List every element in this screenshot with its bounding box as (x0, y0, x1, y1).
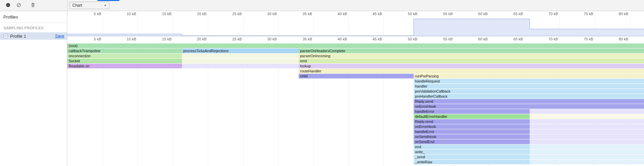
ruler-tick-label: 45 kB (363, 37, 382, 41)
flame-rows: (root)callbackTrampolineprocessTicksAndR… (67, 42, 644, 166)
flame-bar[interactable]: (root) (67, 43, 644, 48)
flame-bar[interactable]: preValidationCallback (414, 89, 644, 94)
profile-name: Profile 1 (10, 34, 55, 39)
ruler-tick-label: 30 kB (257, 37, 277, 41)
flame-bar-faded[interactable] (530, 160, 644, 164)
flame-bar[interactable]: handler (414, 84, 644, 89)
flame-bar-faded[interactable] (182, 64, 299, 68)
ruler-tick-label: 35 kB (293, 37, 312, 41)
sampling-profiles-section-header: SAMPLING PROFILES (0, 23, 67, 32)
ruler-tick-label: 5 kB (82, 37, 101, 41)
flame-bar[interactable]: onErrorHook (414, 104, 644, 109)
flame-bar[interactable]: handleError (414, 109, 530, 114)
ruler-tick-label: 50 kB (398, 12, 417, 16)
flame-bar[interactable]: callbackTrampoline (67, 48, 182, 53)
flame-bar[interactable]: handleRequest (414, 79, 644, 84)
ruler-tick-label: 30 kB (257, 12, 277, 16)
ruler-tick-label: 55 kB (433, 37, 453, 41)
save-link[interactable]: Save (55, 34, 64, 38)
view-mode-select[interactable]: Chart ▼ (70, 2, 109, 9)
profile-document-icon (3, 33, 8, 39)
flame-bar[interactable]: Socket (67, 59, 182, 63)
main-toolbar: Chart ▼ (0, 0, 644, 11)
ruler-tick-label: 65 kB (503, 37, 523, 41)
ruler-tick-label: 70 kB (538, 12, 558, 16)
flame-bar[interactable]: lookup (299, 64, 644, 68)
flame-bar[interactable]: emit (299, 59, 644, 63)
flame-bar[interactable]: processTicksAndRejections (182, 48, 299, 53)
overview-graph[interactable] (67, 16, 644, 36)
ruler-tick-label: 10 kB (117, 12, 136, 16)
flame-bar[interactable]: _writeRaw (414, 160, 530, 164)
ruler-tick-label: 75 kB (574, 37, 593, 41)
ruler-tick-label: 5 kB (82, 12, 101, 16)
overview-area-chart (67, 16, 644, 36)
ruler-tick-label: 20 kB (187, 12, 206, 16)
record-button[interactable] (3, 1, 13, 10)
ruler-tick-label: 80 kB (609, 12, 628, 16)
record-icon (6, 3, 10, 8)
flame-bar[interactable]: write_ (414, 150, 530, 154)
flame-bar[interactable]: routeHandler (299, 69, 644, 73)
ruler-tick-label: 10 kB (117, 37, 136, 41)
flame-bar[interactable]: parserOnIncoming (299, 54, 644, 58)
profile-item-profile-1[interactable]: Profile 1 Save (0, 32, 67, 40)
delete-profile-button[interactable] (28, 1, 38, 10)
flame-bar-faded[interactable] (182, 54, 299, 58)
overview-ruler: 5 kB10 kB15 kB20 kB25 kB30 kB35 kB40 kB4… (67, 11, 644, 16)
flame-bar[interactable]: handleError (414, 129, 530, 134)
ruler-tick-label: 35 kB (293, 12, 312, 16)
active-tab-indicator (98, 0, 119, 1)
flame-bar-faded[interactable] (530, 114, 644, 119)
flame-bar-faded[interactable] (530, 129, 644, 134)
flame-bar[interactable]: parserOnHeadersComplete (299, 48, 644, 53)
ruler-tick-label: 25 kB (222, 12, 242, 16)
flame-bar-faded[interactable] (530, 144, 644, 149)
ruler-tick-label: 65 kB (503, 12, 523, 16)
ruler-tick-label: 55 kB (433, 12, 453, 16)
flame-bar-faded[interactable] (530, 155, 644, 159)
flame-bar-faded[interactable] (530, 150, 644, 154)
ruler-tick-label: 15 kB (152, 12, 172, 16)
ruler-tick-label: 40 kB (328, 37, 347, 41)
flame-bar-faded[interactable] (530, 139, 644, 144)
flame-bar[interactable]: onSendHook (414, 134, 530, 139)
flame-bar-faded[interactable] (182, 59, 299, 63)
flame-bar-faded[interactable] (530, 109, 644, 114)
ruler-tick-label: 20 kB (187, 37, 206, 41)
ruler-tick-label: 60 kB (468, 12, 488, 16)
ruler-tick-label: 70 kB (538, 37, 558, 41)
flame-bar[interactable]: onconnection (67, 54, 182, 58)
profile-toolbar (0, 0, 67, 11)
chevron-down-icon: ▼ (104, 4, 107, 7)
flame-bar[interactable]: onSendEnd (414, 139, 530, 144)
profiles-sidebar: Profiles SAMPLING PROFILES Profile 1 Sav… (0, 11, 67, 166)
flame-bar[interactable]: defaultErrorHandler (414, 114, 530, 119)
ruler-tick-label: 80 kB (609, 37, 628, 41)
chart-ruler: 5 kB10 kB15 kB20 kB25 kB30 kB35 kB40 kB4… (67, 36, 644, 42)
flame-bar[interactable]: onErrorHook (414, 124, 530, 129)
ruler-tick-label: 40 kB (328, 12, 347, 16)
ruler-tick-label: 50 kB (398, 37, 417, 41)
flame-bar-faded[interactable] (530, 124, 644, 129)
flame-bar-faded[interactable] (530, 134, 644, 139)
trash-icon (31, 2, 35, 8)
view-mode-value: Chart (72, 3, 82, 8)
ruler-tick-label: 45 kB (363, 12, 382, 16)
flame-bar[interactable]: Readable.on (67, 64, 182, 68)
ruler-tick-label: 75 kB (574, 12, 593, 16)
flame-bar[interactable]: end (414, 144, 530, 149)
ruler-tick-label: 25 kB (222, 37, 242, 41)
panel-content: Profiles SAMPLING PROFILES Profile 1 Sav… (0, 11, 644, 166)
flame-bar[interactable]: runPreParsing (414, 74, 644, 78)
flame-chart: 5 kB10 kB15 kB20 kB25 kB30 kB35 kB40 kB4… (67, 11, 644, 166)
flame-bar[interactable]: Reply.send (414, 99, 644, 104)
flame-bar[interactable]: _send (414, 155, 530, 159)
flame-bar-faded[interactable] (530, 119, 644, 124)
chart-toolbar: Chart ▼ (68, 0, 109, 11)
clear-all-button[interactable] (14, 1, 24, 10)
flame-bar[interactable]: preHandlerCallback (414, 94, 644, 99)
clear-icon (16, 3, 21, 8)
flame-bar[interactable]: Reply.send (414, 119, 530, 124)
flame-bar[interactable]: child (299, 74, 414, 78)
